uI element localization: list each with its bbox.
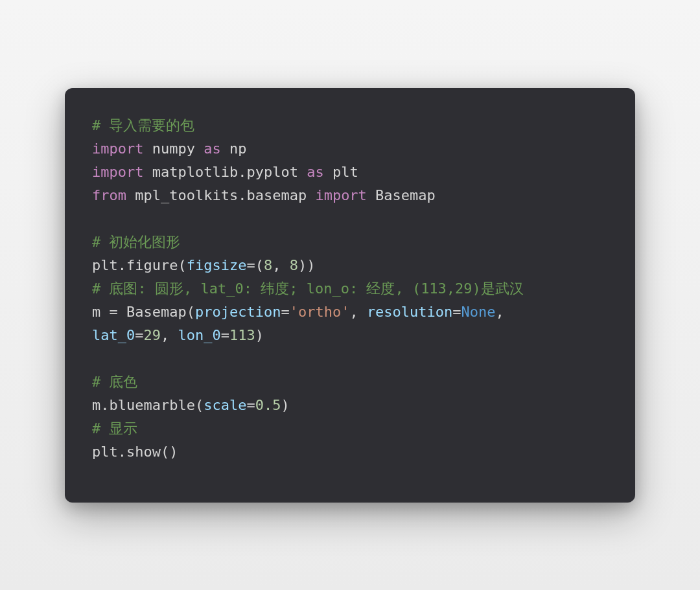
code-token: projection — [195, 304, 281, 320]
code-token: None — [461, 304, 496, 320]
code-token: = — [221, 327, 229, 343]
code-line: m = Basemap(projection='ortho', resoluti… — [92, 301, 608, 324]
code-token: as — [307, 164, 324, 180]
code-line: m.bluemarble(scale=0.5) — [92, 394, 608, 417]
code-line — [92, 207, 608, 231]
code-token: figsize — [187, 257, 247, 273]
code-token: = — [246, 397, 255, 413]
code-token: lon_0 — [178, 327, 220, 343]
code-token: = — [135, 327, 143, 343]
code-block: # 导入需要的包import numpy as npimport matplot… — [65, 88, 635, 503]
code-token: 8 — [290, 257, 298, 273]
code-line: plt.figure(figsize=(8, 8)) — [92, 254, 608, 277]
code-line: # 初始化图形 — [92, 231, 608, 254]
code-line: # 显示 — [92, 417, 608, 440]
code-line: lat_0=29, lon_0=113) — [92, 324, 608, 347]
code-token: 113 — [229, 327, 255, 343]
code-line: import matplotlib.pyplot as plt — [92, 161, 608, 184]
code-token: 29 — [143, 327, 161, 343]
code-token: resolution — [367, 304, 452, 320]
code-token: plt — [324, 164, 358, 180]
code-line: plt.show() — [92, 440, 608, 464]
code-token: numpy — [143, 141, 204, 157]
code-token: , — [272, 257, 290, 273]
code-token: =( — [246, 257, 264, 273]
code-token: from — [92, 187, 126, 203]
code-token: # 底图: 圆形, lat_0: 纬度; lon_o: 经度, (113,29)… — [92, 280, 524, 297]
code-line: # 导入需要的包 — [92, 114, 608, 137]
code-token: plt.figure( — [92, 257, 187, 273]
code-token: Basemap — [367, 187, 436, 203]
code-token: = — [452, 304, 461, 320]
code-token: ) — [255, 327, 264, 343]
code-line: from mpl_toolkits.basemap import Basemap — [92, 184, 608, 207]
code-token: matplotlib.pyplot — [143, 164, 307, 180]
code-token: m = Basemap( — [92, 304, 195, 320]
code-token: # 显示 — [92, 420, 138, 437]
code-token: import — [92, 164, 143, 180]
code-token: import — [92, 141, 143, 157]
code-line: # 底色 — [92, 370, 608, 394]
code-token: import — [315, 187, 366, 203]
code-token: mpl_toolkits.basemap — [126, 187, 315, 203]
code-line: import numpy as np — [92, 137, 608, 161]
code-token: as — [204, 141, 221, 157]
code-token: = — [281, 304, 289, 320]
code-token: # 底色 — [92, 374, 138, 390]
code-token: 'ortho' — [290, 304, 350, 320]
code-token: , — [161, 327, 178, 343]
code-line — [92, 347, 608, 370]
code-token: , — [349, 304, 367, 320]
code-token: # 导入需要的包 — [92, 117, 195, 133]
code-token: )) — [298, 257, 316, 273]
code-token: m.bluemarble( — [92, 397, 204, 413]
code-token: scale — [204, 397, 246, 413]
code-token: lat_0 — [92, 327, 135, 343]
code-line: # 底图: 圆形, lat_0: 纬度; lon_o: 经度, (113,29)… — [92, 277, 608, 301]
code-token: # 初始化图形 — [92, 234, 181, 250]
code-token: 0.5 — [255, 397, 281, 413]
code-token: , — [496, 304, 513, 320]
code-token: plt.show() — [92, 444, 178, 460]
code-token: ) — [281, 397, 289, 413]
code-token: np — [221, 141, 247, 157]
code-token: 8 — [264, 257, 272, 273]
